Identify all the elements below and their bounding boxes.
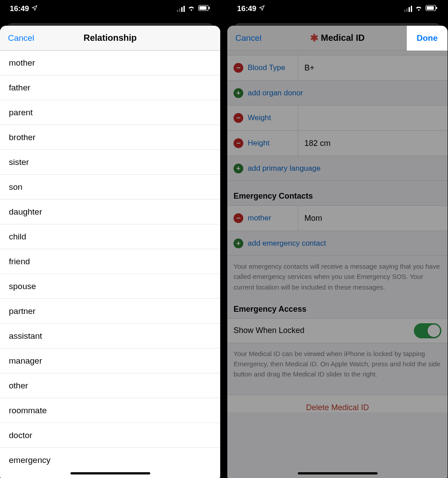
list-item[interactable]: assistant xyxy=(0,324,220,349)
list-item[interactable]: roommate xyxy=(0,398,220,423)
height-row[interactable]: − Height 182 cm xyxy=(227,131,448,156)
list-item-label: roommate xyxy=(9,406,47,415)
list-item-label: partner xyxy=(9,306,35,316)
sheet-title-text: Medical ID xyxy=(321,33,365,43)
location-icon xyxy=(259,4,265,13)
list-item-label: parent xyxy=(9,108,33,118)
list-item-label: spouse xyxy=(9,282,36,291)
medical-asterisk-icon: ✱ xyxy=(310,32,318,44)
phone-right-medical-id: 16:49 Cancel ✱ Medical ID Done xyxy=(227,0,448,478)
home-indicator[interactable] xyxy=(298,472,378,474)
wifi-icon xyxy=(187,4,195,13)
add-primary-language-row[interactable]: + add primary language xyxy=(227,156,448,181)
svg-rect-5 xyxy=(436,7,437,9)
medical-id-sheet: Cancel ✱ Medical ID Done − Blood Type B+… xyxy=(227,26,448,478)
battery-icon xyxy=(425,4,438,13)
list-item-label: brother xyxy=(9,133,35,142)
list-item-label: friend xyxy=(9,257,30,266)
emergency-contacts-title: Emergency Contacts xyxy=(227,181,448,205)
add-emergency-contact-row[interactable]: + add emergency contact xyxy=(227,231,448,256)
add-organ-donor-row[interactable]: + add organ donor xyxy=(227,81,448,106)
wifi-icon xyxy=(415,4,423,13)
svg-rect-1 xyxy=(199,6,206,10)
list-item[interactable]: doctor xyxy=(0,423,220,448)
relationship-sheet: Cancel Relationship mother father parent… xyxy=(0,26,220,478)
emergency-access-footer: Your Medical ID can be viewed when iPhon… xyxy=(227,343,448,381)
remove-icon[interactable]: − xyxy=(234,138,243,148)
show-when-locked-row[interactable]: Show When Locked xyxy=(227,318,448,343)
cellular-signal-icon xyxy=(177,6,185,12)
emergency-access-title: Emergency Access xyxy=(227,294,448,318)
list-item[interactable]: brother xyxy=(0,125,220,150)
height-label: Height xyxy=(248,139,269,148)
list-item-label: sister xyxy=(9,157,29,167)
medical-id-body[interactable]: − Blood Type B+ + add organ donor − Weig… xyxy=(227,51,448,478)
status-time: 16:49 xyxy=(237,4,256,13)
height-value[interactable]: 182 cm xyxy=(298,139,448,148)
blood-type-label: Blood Type xyxy=(248,63,285,72)
add-icon[interactable]: + xyxy=(234,88,243,98)
contact-relationship: mother xyxy=(248,214,271,223)
remove-icon[interactable]: − xyxy=(234,63,243,73)
relationship-list[interactable]: mother father parent brother sister son … xyxy=(0,51,220,478)
list-item-label: other xyxy=(9,381,28,391)
sheet-header: Cancel Relationship xyxy=(0,26,220,51)
add-icon[interactable]: + xyxy=(234,239,243,248)
show-when-locked-label: Show When Locked xyxy=(234,326,304,335)
list-item[interactable]: other xyxy=(0,373,220,398)
list-item[interactable]: parent xyxy=(0,100,220,125)
show-when-locked-toggle[interactable] xyxy=(414,323,441,338)
battery-icon xyxy=(198,4,210,13)
blood-type-value[interactable]: B+ xyxy=(298,63,448,73)
list-item[interactable]: sister xyxy=(0,150,220,175)
phone-left-relationship: 16:49 Cancel Relationship mother father xyxy=(0,0,220,478)
list-item[interactable]: child xyxy=(0,224,220,249)
list-item[interactable]: emergency xyxy=(0,448,220,473)
contact-name[interactable]: Mom xyxy=(298,214,448,223)
list-item-label: assistant xyxy=(9,331,42,341)
list-item-label: son xyxy=(9,182,23,192)
list-item-label: child xyxy=(9,232,26,242)
list-item[interactable]: mother xyxy=(0,51,220,75)
remove-icon[interactable]: − xyxy=(234,113,243,123)
cancel-button[interactable]: Cancel xyxy=(235,33,261,43)
weight-label: Weight xyxy=(248,114,271,122)
status-time: 16:49 xyxy=(10,4,29,13)
blood-type-row[interactable]: − Blood Type B+ xyxy=(227,55,448,81)
home-indicator[interactable] xyxy=(70,472,150,474)
svg-rect-4 xyxy=(427,6,434,10)
list-item[interactable]: spouse xyxy=(0,274,220,299)
add-primary-language-label: add primary language xyxy=(248,164,320,173)
list-item[interactable]: son xyxy=(0,175,220,200)
cancel-button[interactable]: Cancel xyxy=(8,33,34,43)
cellular-signal-icon xyxy=(404,6,412,12)
list-item[interactable]: daughter xyxy=(0,200,220,224)
emergency-contact-row[interactable]: − mother Mom xyxy=(227,205,448,231)
list-item[interactable]: manager xyxy=(0,349,220,373)
status-bar: 16:49 xyxy=(227,0,448,18)
list-item-label: daughter xyxy=(9,207,42,217)
list-item-label: emergency xyxy=(9,455,51,465)
list-item[interactable]: partner xyxy=(0,299,220,324)
list-item-label: mother xyxy=(9,58,35,68)
remove-icon[interactable]: − xyxy=(234,213,243,223)
list-item-label: father xyxy=(9,83,31,93)
list-item[interactable]: friend xyxy=(0,249,220,274)
done-button[interactable]: Done xyxy=(407,26,448,51)
list-item[interactable]: father xyxy=(0,75,220,100)
emergency-contacts-footer: Your emergency contacts will receive a m… xyxy=(227,256,448,294)
weight-row[interactable]: − Weight xyxy=(227,106,448,131)
add-emergency-contact-label: add emergency contact xyxy=(248,239,326,248)
sheet-title: Relationship xyxy=(83,33,136,43)
svg-rect-2 xyxy=(209,7,210,9)
add-organ-donor-label: add organ donor xyxy=(248,89,303,98)
list-item-label: doctor xyxy=(9,431,32,440)
sheet-title: ✱ Medical ID xyxy=(310,32,365,44)
status-bar: 16:49 xyxy=(0,0,220,18)
location-icon xyxy=(31,4,38,13)
list-item-label: manager xyxy=(9,356,42,366)
add-icon[interactable]: + xyxy=(234,164,243,173)
delete-medical-id-button[interactable]: Delete Medical ID xyxy=(227,395,448,412)
